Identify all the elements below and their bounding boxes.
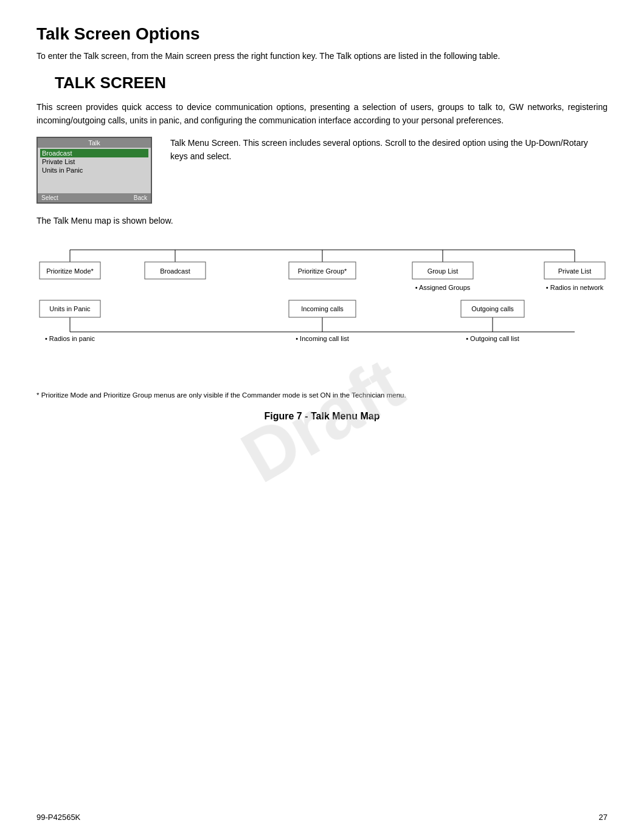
svg-text:Prioritize Mode*: Prioritize Mode* <box>46 267 94 275</box>
page-footer: 99-P42565K 27 <box>36 813 608 822</box>
footer-left: 99-P42565K <box>36 813 80 822</box>
screen-footer: Select Back <box>38 193 151 202</box>
screen-menu-item-2[interactable]: Units in Panic <box>40 166 148 174</box>
footer-right: 27 <box>599 813 608 822</box>
screen-menu-items: Broadcast Private List Units in Panic <box>38 148 151 193</box>
footnote: * Prioritize Mode and Prioritize Group m… <box>36 391 608 399</box>
svg-text:• Assigned Groups: • Assigned Groups <box>415 284 471 291</box>
page-title: Talk Screen Options <box>36 24 608 44</box>
screen-menu-item-0[interactable]: Broadcast <box>40 149 148 157</box>
svg-text:• Radios in panic: • Radios in panic <box>45 335 95 342</box>
section-title: TALK SCREEN <box>55 74 608 92</box>
talk-screen-content: Talk Broadcast Private List Units in Pan… <box>36 137 608 204</box>
screen-footer-right: Back <box>134 195 147 201</box>
screen-title-bar: Talk <box>38 138 151 148</box>
diagram-container: Prioritize Mode* Broadcast Prioritize Gr… <box>36 238 608 385</box>
device-screen: Talk Broadcast Private List Units in Pan… <box>36 137 152 204</box>
svg-text:• Outgoing call list: • Outgoing call list <box>466 335 519 342</box>
svg-text:Prioritize Group*: Prioritize Group* <box>298 267 347 275</box>
svg-text:Incoming calls: Incoming calls <box>301 305 344 312</box>
intro-text: To enter the Talk screen, from the Main … <box>36 50 608 63</box>
svg-text:Units in Panic: Units in Panic <box>49 305 91 312</box>
screen-menu-item-1[interactable]: Private List <box>40 157 148 166</box>
screen-footer-left: Select <box>41 195 58 201</box>
svg-text:Private List: Private List <box>558 267 591 275</box>
svg-text:• Incoming call list: • Incoming call list <box>296 335 349 342</box>
svg-text:• Radios in network: • Radios in network <box>546 284 604 291</box>
section-desc: This screen provides quick access to dev… <box>36 101 608 127</box>
map-intro: The Talk Menu map is shown below. <box>36 216 608 225</box>
screen-caption: Talk Menu Screen. This screen includes s… <box>170 137 608 163</box>
svg-text:Group List: Group List <box>428 267 459 275</box>
svg-text:Outgoing calls: Outgoing calls <box>471 305 514 312</box>
svg-text:Broadcast: Broadcast <box>160 267 190 275</box>
figure-caption: Figure 7 - Talk Menu Map <box>36 411 608 422</box>
